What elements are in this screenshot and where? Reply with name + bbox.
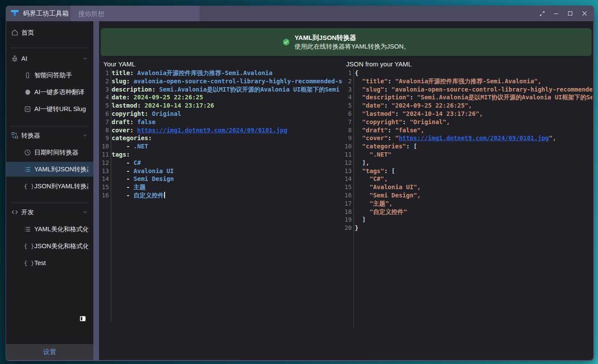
- code-line: 10 "categories": [: [343, 142, 592, 151]
- robot-icon: [11, 55, 19, 62]
- code-line: 13 - Avalonia UI: [101, 167, 343, 175]
- sidebar-item-label: AI一键转URL Slug: [34, 105, 88, 113]
- code-line: 15 - 主题: [101, 183, 343, 191]
- text-caret: [164, 192, 165, 198]
- code-line: 7 "copyright": "Original",: [343, 118, 592, 126]
- json-output[interactable]: 1{2 "title": "Avalonia开源控件库强力推荐-Semi.Ava…: [343, 68, 592, 328]
- code-line: 12 - C#: [101, 159, 343, 167]
- sidebar-item-ai-url-slug[interactable]: AI一键转URL Slug: [6, 102, 93, 116]
- editor-labels: Your YAML JSON from your YAML: [99, 60, 593, 68]
- sidebar-item-datetime-converter[interactable]: 日期时间转换器: [6, 145, 93, 160]
- home-icon: [11, 29, 19, 36]
- clock-icon: [24, 149, 31, 156]
- code-line: 6copyright: Original: [101, 110, 343, 118]
- titlebar: 码界工坊工具箱: [6, 6, 594, 21]
- sidebar-item-qa-assistant[interactable]: 智能问答助手: [6, 68, 93, 82]
- check-circle-icon: [282, 38, 290, 46]
- code-line: 16 - 自定义控件: [101, 191, 343, 200]
- gutter-rule: [354, 68, 354, 328]
- code-line: 20}: [343, 224, 592, 232]
- sidebar-item-test[interactable]: { } Test: [6, 256, 93, 270]
- window-controls: [539, 6, 588, 21]
- expand-icon[interactable]: [539, 11, 545, 16]
- sidebar-item-label: 首页: [21, 29, 88, 37]
- code-line: 9categories:: [101, 134, 343, 142]
- transform-icon: [11, 131, 19, 139]
- app-logo-icon: [10, 9, 20, 18]
- sidebar-section-label: AI: [21, 55, 88, 62]
- yaml-editor[interactable]: 1title: Avalonia开源控件库强力推荐-Semi.Avalonia2…: [101, 68, 343, 322]
- json-panel-label: JSON from your YAML: [346, 60, 412, 68]
- sidebar-item-label: 日期时间转换器: [34, 148, 88, 157]
- code-line: 4date: 2024-09-25 22:26:25: [101, 93, 343, 102]
- sidebar-divider: [10, 126, 89, 126]
- braces-icon: { }: [24, 183, 31, 190]
- maximize-icon[interactable]: [567, 10, 573, 16]
- code-icon: [11, 208, 19, 216]
- code-line: 14 - Semi Design: [101, 175, 343, 183]
- code-line: 16 "Semi Design",: [343, 191, 592, 200]
- sidebar-section-label: 转换器: [21, 131, 88, 140]
- capsule-icon: [24, 72, 31, 79]
- sidebar-item-ai-translate[interactable]: AI一键多语种翻译: [6, 85, 93, 99]
- code-line: 8cover: https://img1.dotnet9.com/2024/09…: [101, 126, 343, 134]
- minimize-icon[interactable]: [553, 10, 559, 17]
- settings-button[interactable]: 设置: [6, 344, 93, 360]
- list-icon: [24, 166, 31, 173]
- braces-icon: { }: [24, 243, 31, 249]
- sidebar-section-dev[interactable]: 开发: [6, 205, 93, 220]
- code-line: 13 "tags": [: [343, 167, 592, 175]
- code-line: 2 "title": "Avalonia开源控件库强力推荐-Semi.Avalo…: [343, 77, 592, 85]
- code-line: 5 "date": "2024-09-25 22:26:25",: [343, 102, 592, 110]
- search-input[interactable]: [70, 6, 200, 21]
- collapse-sidebar-icon[interactable]: [79, 315, 86, 322]
- code-line: 7draft: false: [101, 118, 343, 126]
- code-line: 17 "主题",: [343, 200, 592, 208]
- banner-title: YAML到JSON转换器: [294, 33, 410, 42]
- sidebar-item-label: Test: [34, 259, 88, 266]
- sidebar-section-converters[interactable]: 转换器: [6, 128, 93, 143]
- pause-square-icon: [24, 105, 31, 113]
- code-line: 18 "自定义控件": [343, 208, 592, 216]
- sidebar-divider: [10, 203, 89, 203]
- sidebar-divider: [10, 48, 89, 48]
- search-box[interactable]: [70, 6, 200, 21]
- sidebar: 首页 AI 智能问答助手 AI一键多语种翻译 AI一键转URL Slug 转换器: [6, 21, 93, 360]
- code-line: 5lastmod: 2024-10-14 23:17:26: [101, 102, 343, 110]
- app-title: 码界工坊工具箱: [23, 10, 69, 18]
- app-window: 码界工坊工具箱 首页 AI: [6, 6, 594, 361]
- settings-label: 设置: [43, 348, 56, 356]
- sidebar-section-ai[interactable]: AI: [6, 51, 93, 66]
- list-icon: [24, 226, 31, 233]
- sidebar-item-label: JSON美化和格式化: [34, 242, 88, 250]
- tool-banner: YAML到JSON转换器 使用此在线转换器将YAML转换为JSON。: [101, 28, 591, 56]
- banner-subtitle: 使用此在线转换器将YAML转换为JSON。: [294, 42, 410, 51]
- chevron-down-icon: [82, 209, 88, 215]
- yaml-panel-label: Your YAML: [103, 60, 135, 68]
- sidebar-item-json-to-yaml[interactable]: { } JSON到YAML转换器: [6, 179, 93, 193]
- sidebar-item-home[interactable]: 首页: [6, 26, 93, 39]
- code-line: 2slug: avalonia-open-source-control-libr…: [101, 77, 343, 85]
- code-line: 14 "C#",: [343, 175, 592, 183]
- code-line: 15 "Avalonia UI",: [343, 183, 592, 191]
- code-line: 4 "description": "Semi.Avalonia是以MIT协议开源…: [343, 93, 592, 102]
- code-line: 1title: Avalonia开源控件库强力推荐-Semi.Avalonia: [101, 69, 343, 77]
- chevron-down-icon: [82, 56, 88, 62]
- code-line: 8 "draft": "false",: [343, 126, 592, 134]
- main-content: YAML到JSON转换器 使用此在线转换器将YAML转换为JSON。 Your …: [99, 21, 593, 360]
- chevron-down-icon: [82, 132, 88, 138]
- code-line: 3description: Semi.Avalonia是以MIT协议开源的Ava…: [101, 85, 343, 94]
- code-line: 6 "lastmod": "2024-10-14 23:17:26",: [343, 110, 592, 118]
- sidebar-item-yaml-to-json[interactable]: YAML到JSON转换器: [6, 162, 93, 177]
- sidebar-item-label: AI一键多语种翻译: [34, 88, 88, 96]
- sidebar-item-label: YAML到JSON转换器: [34, 165, 88, 174]
- sidebar-item-yaml-beautify[interactable]: YAML美化和格式化: [6, 222, 93, 236]
- sidebar-item-json-beautify[interactable]: { } JSON美化和格式化: [6, 239, 93, 253]
- sidebar-item-label: JSON到YAML转换器: [34, 182, 88, 190]
- close-icon[interactable]: [581, 10, 588, 17]
- code-line: 9 "cover": "https://img1.dotnet9.com/202…: [343, 134, 592, 142]
- code-line: 10 - .NET: [101, 142, 343, 151]
- moon-icon: [24, 89, 31, 96]
- sidebar-item-label: YAML美化和格式化: [34, 225, 88, 233]
- gutter-rule: [111, 68, 111, 322]
